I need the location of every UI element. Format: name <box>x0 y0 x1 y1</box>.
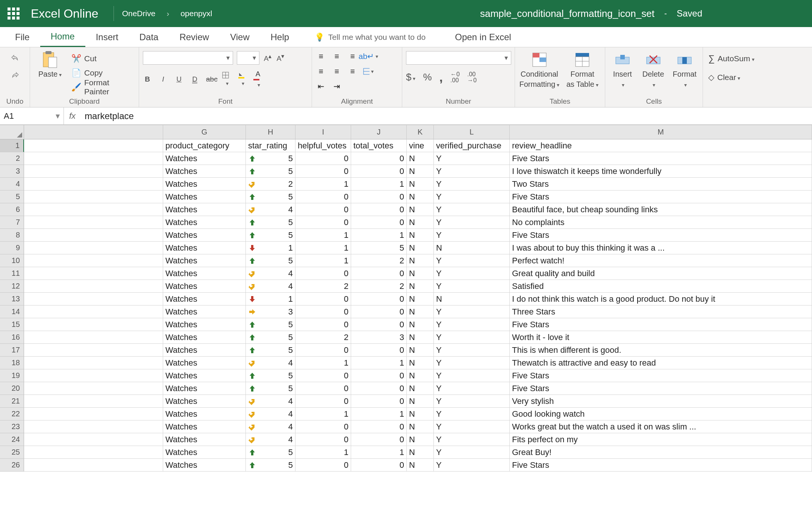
cell[interactable]: 2 <box>351 254 407 267</box>
cell[interactable]: Y <box>434 357 510 369</box>
column-header-J[interactable]: J <box>351 125 407 139</box>
cell[interactable]: Watches <box>163 242 246 254</box>
decrease-indent-icon[interactable]: ⇤ <box>316 81 326 92</box>
cell-star-rating[interactable]: 5 <box>246 382 295 395</box>
cell[interactable]: N <box>407 178 434 190</box>
cell[interactable]: N <box>407 344 434 357</box>
cell[interactable]: I love thiswatch it keeps time wonderful… <box>510 165 812 178</box>
row-header[interactable]: 19 <box>0 369 24 382</box>
cell[interactable] <box>24 280 163 293</box>
row-header[interactable]: 21 <box>0 395 24 408</box>
undo-icon[interactable] <box>10 53 20 64</box>
cell[interactable] <box>24 305 163 318</box>
cell[interactable]: Watches <box>163 420 246 433</box>
cell[interactable]: Y <box>434 254 510 267</box>
cell-star-rating[interactable]: 4 <box>246 357 295 369</box>
cell[interactable]: 0 <box>295 318 351 331</box>
format-as-table-button[interactable]: Format as Table <box>564 51 601 89</box>
cell[interactable] <box>24 344 163 357</box>
cell-star-rating[interactable]: 4 <box>246 203 295 216</box>
cell[interactable]: 1 <box>295 254 351 267</box>
italic-button[interactable]: I <box>159 75 168 83</box>
cell[interactable] <box>24 178 163 190</box>
cell[interactable]: Y <box>434 152 510 165</box>
cell[interactable]: Great Buy! <box>510 446 812 459</box>
cell[interactable] <box>24 267 163 280</box>
decrease-decimal-button[interactable]: .00→0 <box>467 71 477 83</box>
cell[interactable]: N <box>407 318 434 331</box>
column-header-H[interactable]: H <box>246 125 295 139</box>
cell[interactable]: 0 <box>295 152 351 165</box>
cell[interactable] <box>24 190 163 203</box>
cell[interactable]: N <box>407 395 434 408</box>
cell[interactable]: Y <box>434 178 510 190</box>
row-header[interactable]: 18 <box>0 357 24 369</box>
underline-button[interactable]: U <box>174 75 183 83</box>
row-header[interactable]: 20 <box>0 382 24 395</box>
cell[interactable]: No complaints <box>510 216 812 229</box>
increase-indent-icon[interactable]: ⇥ <box>332 81 342 92</box>
cell[interactable]: Five Stars <box>510 459 812 472</box>
shrink-font-icon[interactable]: A▾ <box>276 53 285 63</box>
row-header[interactable]: 15 <box>0 318 24 331</box>
cell[interactable]: Three Stars <box>510 305 812 318</box>
cell[interactable]: 1 <box>295 178 351 190</box>
tab-help[interactable]: Help <box>260 27 300 47</box>
cell-star-rating[interactable]: 5 <box>246 331 295 344</box>
cell-star-rating[interactable]: 1 <box>246 293 295 305</box>
align-top-icon[interactable]: ≡ <box>316 51 326 62</box>
cell[interactable]: Thewatch is attractive and easy to read <box>510 357 812 369</box>
cell[interactable] <box>24 369 163 382</box>
cell[interactable]: N <box>407 242 434 254</box>
cell[interactable]: Five Stars <box>510 382 812 395</box>
cell[interactable]: 0 <box>351 369 407 382</box>
cell[interactable]: 0 <box>351 190 407 203</box>
row-header[interactable]: 2 <box>0 152 24 165</box>
cell[interactable]: Good looking watch <box>510 408 812 420</box>
cell[interactable] <box>24 408 163 420</box>
spreadsheet-grid[interactable]: 1234567891011121314151617181920212223242… <box>0 125 812 508</box>
cell[interactable]: Watches <box>163 305 246 318</box>
cell[interactable]: Y <box>434 433 510 446</box>
tab-file[interactable]: File <box>5 27 40 47</box>
cell[interactable]: 0 <box>295 305 351 318</box>
delete-cells-button[interactable]: Delete <box>640 51 667 89</box>
cell[interactable]: Five Stars <box>510 190 812 203</box>
cell[interactable]: N <box>407 369 434 382</box>
cell[interactable]: 5 <box>351 242 407 254</box>
cell[interactable]: 0 <box>295 433 351 446</box>
cell[interactable]: 1 <box>295 408 351 420</box>
insert-cells-button[interactable]: Insert <box>609 51 636 89</box>
align-right-icon[interactable]: ≡ <box>347 66 358 77</box>
cell[interactable]: 0 <box>351 420 407 433</box>
merge-button[interactable] <box>363 66 374 77</box>
open-in-excel[interactable]: Open in Excel <box>444 27 521 47</box>
cell[interactable]: total_votes <box>351 139 407 152</box>
cell[interactable]: 0 <box>351 459 407 472</box>
redo-icon[interactable] <box>10 71 20 81</box>
cell[interactable]: Y <box>434 190 510 203</box>
document-title[interactable]: sample_conditional_formatting_icon_set <box>480 8 654 20</box>
cell[interactable]: Great quality and build <box>510 267 812 280</box>
paste-button[interactable]: Paste <box>34 51 66 79</box>
cell[interactable] <box>24 152 163 165</box>
align-middle-icon[interactable]: ≡ <box>332 51 342 62</box>
column-header-M[interactable]: M <box>510 125 812 139</box>
cell-star-rating[interactable]: 5 <box>246 369 295 382</box>
cell[interactable] <box>24 318 163 331</box>
cell[interactable]: 0 <box>351 395 407 408</box>
cell[interactable]: N <box>407 165 434 178</box>
cell-star-rating[interactable]: 5 <box>246 344 295 357</box>
cell[interactable]: N <box>407 357 434 369</box>
cell[interactable]: N <box>407 216 434 229</box>
cell[interactable]: Five Stars <box>510 152 812 165</box>
breadcrumb-folder[interactable]: openpyxl <box>180 9 212 18</box>
double-underline-button[interactable]: D <box>190 75 199 83</box>
cell[interactable]: Y <box>434 446 510 459</box>
cell[interactable]: Y <box>434 369 510 382</box>
cell[interactable]: Y <box>434 331 510 344</box>
cell[interactable]: Y <box>434 382 510 395</box>
cell[interactable]: N <box>434 293 510 305</box>
cell-star-rating[interactable]: 5 <box>246 165 295 178</box>
cell[interactable]: 0 <box>351 165 407 178</box>
